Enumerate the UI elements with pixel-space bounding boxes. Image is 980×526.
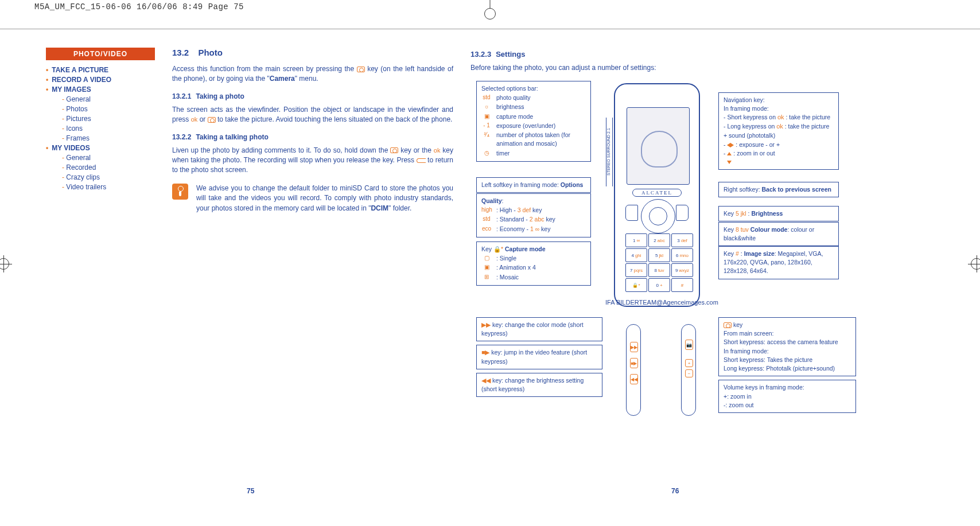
sidebar-subitem: General [62, 154, 155, 162]
body-column-right: 13.2.3Settings Before taking the photo, … [470, 48, 884, 77]
camera-icon [208, 117, 216, 123]
mosaic-icon: ⊞ [481, 273, 492, 282]
key-8: 8tuv [648, 263, 670, 277]
sidebar-subitem: Pictures [62, 115, 155, 123]
page-number: 75 [247, 487, 254, 495]
animation-icon: ▣ [481, 263, 492, 272]
phone-screen [627, 107, 690, 185]
lower-left-callouts: ▶▶ key: change the color mode (short key… [476, 317, 602, 400]
navigation-key-callout: Navigation key: In framing mode: - Short… [718, 92, 839, 170]
sidebar-header: PHOTO/VIDEO [46, 48, 155, 60]
sidebar-item: MY VIDEOS [46, 144, 155, 152]
section-13-2-title: 13.2 Photo [172, 48, 453, 57]
tip-text: We advise you to change the default fold… [196, 184, 453, 213]
eco-icon: eco [481, 225, 492, 233]
image-credit: IFA BILDERTEAM@Agenceimages.com [605, 299, 718, 306]
side-button-2: ■▶ [630, 358, 638, 368]
fast-forward-icon: ▶▶ [481, 321, 491, 328]
sidebar-list: TAKE A PICTURE RECORD A VIDEO MY IMAGES … [46, 66, 155, 191]
crop-right-register [971, 258, 980, 270]
page-number: 76 [671, 487, 679, 495]
sidebar-nav: PHOTO/VIDEO TAKE A PICTURE RECORD A VIDE… [46, 48, 155, 193]
key-7: 7pqrs [625, 263, 647, 277]
sidebar-subitem: Icons [62, 124, 155, 133]
return-icon [417, 158, 426, 163]
page-75: PHOTO/VIDEO TAKE A PICTURE RECORD A VIDE… [46, 43, 459, 502]
crop-left-register [0, 258, 9, 270]
left-softkey [625, 205, 638, 221]
camera-icon [390, 147, 398, 153]
key-star: 🔒* [625, 278, 647, 292]
capture-mode-callout: Key 🔒* Capture mode ▢: Single ▣: Animati… [476, 241, 591, 286]
lock-star-icon: 🔒* [493, 246, 503, 252]
navigation-pad [641, 199, 675, 233]
taking-photo-paragraph: The screen acts as the viewfinder. Posit… [172, 105, 453, 125]
left-softkey-callout: Left softkey in framing mode: Options [476, 177, 591, 193]
ok-icon: ok [191, 116, 198, 123]
key-2: 2abc [648, 233, 670, 247]
sidebar-subitem: Photos [62, 105, 155, 113]
volume-keys-callout: Volume keys in framing mode: +: zoom in … [718, 380, 856, 413]
ok-icon: ok [434, 147, 441, 154]
phone-illustration: STEREO SURROUND 2.1 ALCATEL 1∞ 2abc 3def… [608, 83, 706, 307]
crop-top-line [0, 29, 980, 29]
keypad: 1∞ 2abc 3def 4ghi 5jkl 6mno 7pqrs 8tuv 9… [625, 233, 693, 292]
ok-icon: ok [776, 123, 783, 130]
section-text: Photo [198, 48, 223, 57]
side-volume-down: − [685, 369, 693, 377]
crop-mark-header: M5A_UM_FCC_15-06-06 16/06/06 8:49 Page 7… [34, 2, 244, 11]
camera-key-callout: key From main screen: Short keypress: ac… [718, 317, 856, 376]
key-9: 9wxyz [671, 263, 693, 277]
ok-icon: ok [777, 114, 784, 120]
key-4: 4ghi [625, 248, 647, 262]
key-6: 6mno [671, 248, 693, 262]
section-number: 13.2 [172, 48, 189, 57]
sidebar-subitem: Frames [62, 134, 155, 142]
side-button-1: ▶▶ [630, 342, 638, 352]
capture-mode-icon: ▣ [481, 112, 492, 121]
side-volume-up: + [685, 359, 693, 367]
talking-photo-paragraph: Liven up the photo by adding comments to… [172, 146, 453, 176]
key-hash: # [671, 278, 693, 292]
stop-play-icon: ■▶ [481, 349, 489, 356]
subsection-13-2-3: 13.2.3Settings [470, 50, 884, 59]
phone-side-right-view: 📷 + − [671, 324, 706, 422]
lightbulb-icon [172, 184, 188, 200]
sidebar-item: MY IMAGES [46, 85, 155, 93]
rewind-icon: ◀◀ [481, 377, 491, 384]
high-icon: high [481, 206, 492, 215]
lion-image-icon [635, 125, 681, 171]
right-softkey [676, 205, 689, 221]
quality-icon: std [481, 93, 492, 102]
side-camera-button: 📷 [685, 340, 693, 350]
key-3: 3def [671, 233, 693, 247]
std-icon: std [481, 215, 492, 224]
intro-paragraph: Access this function from the main scree… [172, 64, 453, 84]
right-softkey-callout: Right softkey: Back to previous screen [718, 182, 839, 197]
sidebar-subitem: Recorded [62, 163, 155, 172]
settings-intro: Before taking the photo, you can adjust … [470, 63, 884, 73]
stop-play-key-callout: ■▶ key: jump in the video feature (short… [476, 345, 602, 369]
selected-options-bar-callout: Selected options bar: stdphoto quality ☼… [476, 81, 591, 162]
key-8-callout: Key 8 tuv Colour mode: colour or black&w… [718, 222, 839, 246]
sidebar-subitem: Crazy clips [62, 173, 155, 181]
camera-icon [357, 67, 365, 72]
fast-forward-key-callout: ▶▶ key: change the color mode (short key… [476, 317, 602, 341]
key-5-callout: Key 5 jkl : Brightness [718, 206, 839, 221]
side-button-3: ◀◀ [630, 374, 638, 384]
quality-callout: Quality: high : High - 3 def key std : S… [476, 193, 591, 237]
phone-body: ALCATEL 1∞ 2abc 3def 4ghi 5jkl 6mno 7pqr… [614, 83, 700, 307]
page-76: 13.2.3Settings Before taking the photo, … [470, 43, 884, 502]
phone-side-left-view: ▶▶ ■▶ ◀◀ [616, 324, 651, 422]
sidebar-subitem: General [62, 95, 155, 103]
subsection-13-2-1: 13.2.1Taking a photo [172, 92, 453, 100]
brand-label: ALCATEL [632, 189, 682, 197]
count-icon: ²⁄₄ [481, 131, 492, 139]
tip-box: We advise you to change the default fold… [172, 184, 453, 213]
sidebar-item: TAKE A PICTURE [46, 66, 155, 74]
arrow-down-icon [727, 161, 732, 164]
stereo-label: STEREO SURROUND 2.1 [606, 118, 613, 186]
key-0: 0+ [648, 278, 670, 292]
timer-icon: ◷ [481, 149, 492, 158]
sidebar-item: RECORD A VIDEO [46, 76, 155, 84]
